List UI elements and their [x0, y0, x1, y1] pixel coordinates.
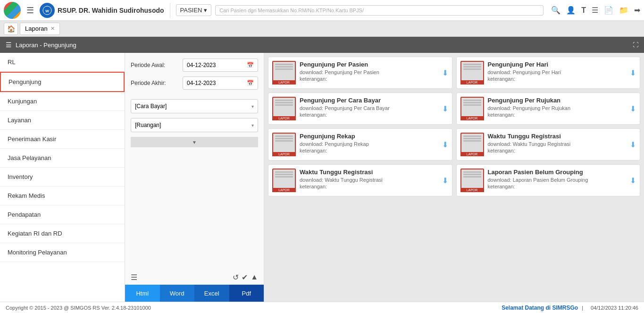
sidebar-item-inventory[interactable]: Inventory [0, 168, 125, 186]
pasien-selector[interactable]: PASIEN ▾ [176, 4, 212, 16]
report-download-3: download: Pengunjung Per Rujukan [488, 105, 627, 111]
search-bar[interactable]: Cari Pasien dgn Memasukkan No.RM/No.KTP/… [215, 5, 544, 16]
periode-akhir-input[interactable]: 04-12-2023 📅 [183, 76, 258, 90]
sidebar-item-rekam-medis[interactable]: Rekam Medis [0, 186, 125, 205]
download-icon-5[interactable]: ⬇ [630, 140, 636, 149]
folder-icon[interactable]: 📁 [619, 6, 628, 15]
sidebar-item-penerimaan-kasir-label: Penerimaan Kasir [8, 135, 56, 143]
sidebar-item-jasa-pelayanan[interactable]: Jasa Pelayanan [0, 149, 125, 168]
periode-awal-value: 04-12-2023 [187, 62, 216, 68]
section-title: Laporan - Pengunjung [16, 42, 76, 49]
sidebar-item-layanan-label: Layanan [8, 117, 31, 124]
report-title-5: Waktu Tunggu Registrasi [488, 133, 627, 140]
report-download-7: download: Laporan Pasien Belum Grouping [488, 177, 627, 183]
report-card-2[interactable]: LAPOR Pengunjung Per Cara Bayar download… [268, 93, 452, 125]
sidebar-item-kegiatan-ri-rd[interactable]: Kegiatan RI dan RD [0, 224, 125, 243]
report-card-4[interactable]: LAPOR Pengunjung Rekap download: Pengunj… [268, 128, 452, 161]
sidebar: RL Pengunjung Kunjungan Layanan Penerima… [0, 53, 125, 302]
sidebar-item-rl[interactable]: RL [0, 53, 125, 72]
report-download-2: download: Pengunjung Per Cara Bayar [300, 105, 438, 111]
up-icon[interactable]: ▲ [251, 273, 258, 282]
main-layout: RL Pengunjung Kunjungan Layanan Penerima… [0, 53, 644, 302]
sidebar-item-inventory-label: Inventory [8, 173, 33, 180]
download-icon-3[interactable]: ⬇ [630, 104, 636, 113]
sidebar-item-pengunjung-label: Pengunjung [8, 78, 41, 85]
sidebar-item-layanan[interactable]: Layanan [0, 111, 125, 130]
logout-icon[interactable]: ➡ [634, 6, 640, 15]
word-button[interactable]: Word [160, 285, 195, 302]
search-icon[interactable]: 🔍 [551, 6, 560, 15]
report-title-4: Pengunjung Rekap [300, 133, 438, 140]
ruangan-select[interactable]: [Ruangan] ▾ [131, 118, 258, 132]
report-download-6: download: Waktu Tunggu Registrasi [300, 177, 438, 183]
search-placeholder: Cari Pasien dgn Memasukkan No.RM/No.KTP/… [219, 8, 364, 13]
download-icon-7[interactable]: ⬇ [630, 176, 636, 185]
report-keterangan-0: keterangan: [300, 76, 438, 82]
footer: Copyright © 2015 - 2023 @ SIMGOS RS Ver.… [0, 302, 644, 313]
expand-icon[interactable]: ⛶ [633, 42, 638, 48]
html-button[interactable]: Html [125, 285, 160, 302]
periode-awal-label: Periode Awal: [131, 62, 183, 68]
laporan-tab[interactable]: Laporan ✕ [20, 23, 60, 35]
pdf-button[interactable]: Pdf [229, 285, 264, 302]
section-menu-icon[interactable]: ☰ [6, 41, 12, 49]
report-card-5[interactable]: LAPOR Waktu Tunggu Registrasi download: … [456, 128, 641, 161]
sidebar-item-pendapatan-label: Pendapatan [8, 211, 41, 218]
report-thumb-6: LAPOR [272, 169, 296, 192]
report-title-0: Pengunjung Per Pasien [300, 61, 438, 68]
history-icon[interactable]: ↺ [233, 273, 239, 282]
report-keterangan-2: keterangan: [300, 112, 438, 118]
hospital-info: W RSUP. DR. Wahidin Sudirohusodo [40, 3, 170, 18]
document-icon[interactable]: 📄 [604, 6, 613, 15]
report-card-6[interactable]: LAPOR Waktu Tunggu Registrasi download: … [268, 164, 452, 196]
report-title-1: Pengunjung Per Hari [488, 61, 627, 68]
app-logo [4, 2, 21, 19]
report-keterangan-6: keterangan: [300, 184, 438, 189]
calendar-icon-2[interactable]: 📅 [247, 80, 254, 86]
sidebar-item-monitoring-pelayanan-label: Monitoring Pelayanan [8, 249, 67, 256]
toolbar-icons: ↺ ✔ ▲ [233, 273, 258, 282]
download-icon-2[interactable]: ⬇ [442, 104, 448, 113]
sidebar-item-kunjungan[interactable]: Kunjungan [0, 92, 125, 111]
report-card-1[interactable]: LAPOR Pengunjung Per Hari download: Peng… [456, 57, 641, 89]
scroll-down-button[interactable]: ▼ [131, 137, 258, 147]
periode-awal-input[interactable]: 04-12-2023 📅 [183, 59, 258, 72]
footer-datetime: 04/12/2023 11:20:46 [591, 305, 638, 311]
report-keterangan-7: keterangan: [488, 184, 627, 189]
sidebar-item-rekam-medis-label: Rekam Medis [8, 192, 45, 199]
report-card-7[interactable]: LAPOR Laporan Pasien Belum Grouping down… [456, 164, 641, 196]
report-keterangan-5: keterangan: [488, 148, 627, 153]
report-download-1: download: Pengunjung Per Hari [488, 69, 627, 75]
report-info-6: Waktu Tunggu Registrasi download: Waktu … [300, 169, 438, 189]
download-icon-0[interactable]: ⬇ [442, 68, 448, 77]
report-card-3[interactable]: LAPOR Pengunjung Per Rujukan download: P… [456, 93, 641, 125]
tab-close-icon[interactable]: ✕ [50, 25, 55, 32]
list-icon[interactable]: ☰ [592, 6, 598, 15]
sidebar-item-pengunjung[interactable]: Pengunjung [0, 72, 125, 92]
home-tab[interactable]: 🏠 [4, 23, 18, 35]
sidebar-item-kegiatan-ri-rd-label: Kegiatan RI dan RD [8, 230, 62, 237]
report-thumb-5: LAPOR [460, 133, 484, 156]
sidebar-item-penerimaan-kasir[interactable]: Penerimaan Kasir [0, 130, 125, 149]
report-title-6: Waktu Tunggu Registrasi [300, 169, 438, 176]
download-icon-1[interactable]: ⬇ [630, 68, 636, 77]
text-icon[interactable]: T [581, 6, 586, 15]
download-icon-4[interactable]: ⬇ [442, 140, 448, 149]
cara-bayar-select[interactable]: [Cara Bayar] ▾ [131, 99, 258, 113]
add-user-icon[interactable]: 👤 [566, 6, 576, 15]
periode-akhir-label: Periode Akhir: [131, 80, 183, 86]
download-icon-6[interactable]: ⬇ [442, 176, 448, 185]
scroll-down-icon: ▼ [192, 140, 197, 145]
calendar-icon[interactable]: 📅 [247, 62, 254, 68]
ruangan-label: [Ruangan] [135, 122, 161, 128]
excel-button[interactable]: Excel [194, 285, 229, 302]
report-card-0[interactable]: LAPOR Pengunjung Per Pasien download: Pe… [268, 57, 452, 89]
report-thumb-3: LAPOR [460, 97, 484, 120]
periode-akhir-row: Periode Akhir: 04-12-2023 📅 [131, 76, 258, 90]
sidebar-item-pendapatan[interactable]: Pendapatan [0, 205, 125, 224]
list-view-icon[interactable]: ☰ [131, 273, 137, 282]
sidebar-item-monitoring-pelayanan[interactable]: Monitoring Pelayanan [0, 243, 125, 262]
check-icon[interactable]: ✔ [242, 273, 248, 282]
menu-icon[interactable]: ☰ [25, 3, 36, 17]
report-download-4: download: Pengunjung Rekap [300, 141, 438, 147]
